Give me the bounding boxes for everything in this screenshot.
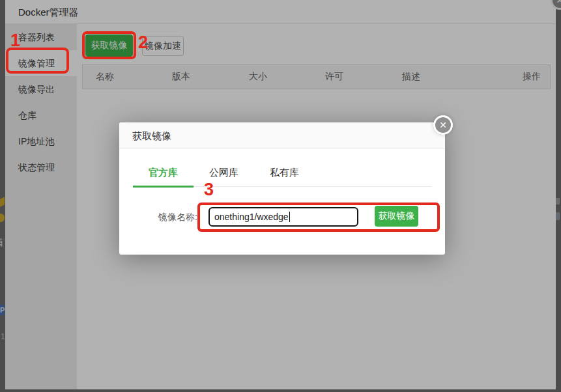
step-2-marker: 2 — [138, 34, 148, 51]
repository-tabs: 官方库 公网库 私有库 — [133, 167, 431, 187]
step-1-highlight-box — [6, 48, 69, 74]
tab-private-repo[interactable]: 私有库 — [254, 167, 315, 188]
step-3-marker: 3 — [204, 181, 214, 199]
screenshot-root: Docker管理器 容器列表 镜像管理 镜像导出 仓库 IP地址池 状态管理 获… — [0, 0, 561, 392]
tab-public-repo[interactable]: 公网库 — [194, 167, 254, 188]
dialog-close-icon[interactable]: ✕ — [433, 115, 453, 135]
tab-official-repo[interactable]: 官方库 — [133, 167, 194, 188]
dialog-title: 获取镜像 — [132, 122, 171, 149]
step-3-highlight-box — [197, 203, 440, 232]
dialog-header: 获取镜像 — [119, 122, 445, 149]
step-1-marker: 1 — [10, 32, 20, 49]
fetch-image-dialog: 获取镜像 ✕ 官方库 公网库 私有库 镜像名称: onething1/wxedg… — [119, 122, 445, 255]
step-2-highlight-box — [82, 31, 136, 59]
image-name-label: 镜像名称: — [119, 207, 197, 227]
